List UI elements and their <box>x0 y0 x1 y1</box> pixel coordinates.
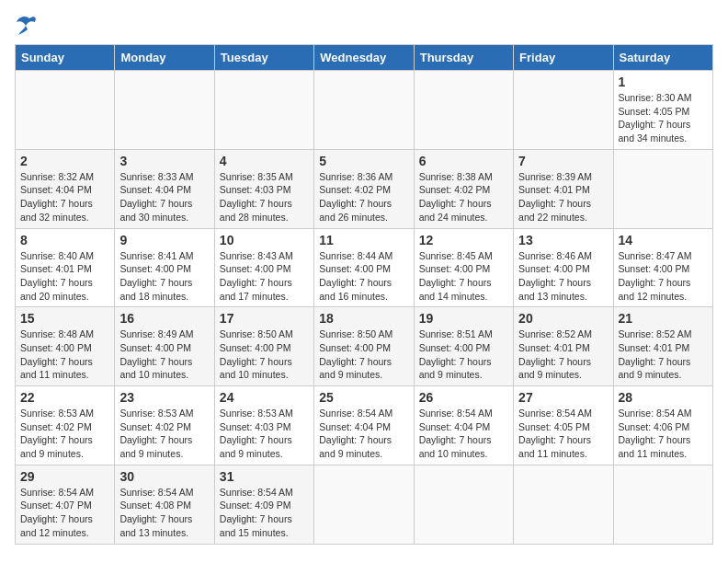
day-info: Sunrise: 8:46 AMSunset: 4:00 PMDaylight:… <box>518 249 608 304</box>
calendar-day-header: Friday <box>514 45 613 71</box>
day-info: Sunrise: 8:54 AMSunset: 4:08 PMDaylight:… <box>119 486 209 540</box>
calendar-header-row: SundayMondayTuesdayWednesdayThursdayFrid… <box>16 45 713 71</box>
day-info: Sunrise: 8:52 AMSunset: 4:01 PMDaylight:… <box>619 327 708 382</box>
day-number: 26 <box>419 390 508 405</box>
day-info: Sunrise: 8:53 AMSunset: 4:02 PMDaylight:… <box>20 407 109 461</box>
calendar-cell <box>613 465 712 544</box>
day-number: 16 <box>119 311 209 326</box>
calendar-cell <box>414 71 513 150</box>
calendar-cell <box>314 465 414 544</box>
logo-bird-icon <box>17 15 42 35</box>
day-info: Sunrise: 8:49 AMSunset: 4:00 PMDaylight:… <box>119 327 209 382</box>
day-number: 3 <box>119 154 209 168</box>
calendar-cell: 10Sunrise: 8:43 AMSunset: 4:00 PMDayligh… <box>214 228 313 307</box>
day-number: 19 <box>419 311 508 326</box>
day-info: Sunrise: 8:54 AMSunset: 4:09 PMDaylight:… <box>220 486 309 540</box>
calendar-day-header: Thursday <box>414 45 513 71</box>
day-number: 22 <box>20 390 109 405</box>
calendar-week-row: 2Sunrise: 8:32 AMSunset: 4:04 PMDaylight… <box>16 149 713 228</box>
calendar-week-row: 15Sunrise: 8:48 AMSunset: 4:00 PMDayligh… <box>16 307 713 386</box>
day-info: Sunrise: 8:53 AMSunset: 4:02 PMDaylight:… <box>119 407 209 461</box>
calendar-cell: 31Sunrise: 8:54 AMSunset: 4:09 PMDayligh… <box>214 465 313 544</box>
day-number: 9 <box>119 233 209 247</box>
day-number: 15 <box>20 311 109 326</box>
day-info: Sunrise: 8:33 AMSunset: 4:04 PMDaylight:… <box>119 170 209 224</box>
calendar-cell <box>115 71 214 150</box>
day-number: 2 <box>20 154 109 168</box>
calendar-cell <box>414 465 513 544</box>
day-info: Sunrise: 8:38 AMSunset: 4:02 PMDaylight:… <box>419 170 508 224</box>
calendar-cell: 2Sunrise: 8:32 AMSunset: 4:04 PMDaylight… <box>16 149 115 228</box>
calendar-cell: 22Sunrise: 8:53 AMSunset: 4:02 PMDayligh… <box>16 386 115 465</box>
calendar-cell: 28Sunrise: 8:54 AMSunset: 4:06 PMDayligh… <box>613 386 712 465</box>
calendar-cell <box>514 465 613 544</box>
day-number: 6 <box>419 154 508 168</box>
logo <box>15 15 42 35</box>
calendar-cell: 25Sunrise: 8:54 AMSunset: 4:04 PMDayligh… <box>314 386 414 465</box>
calendar-cell: 30Sunrise: 8:54 AMSunset: 4:08 PMDayligh… <box>115 465 214 544</box>
day-number: 10 <box>220 233 309 247</box>
calendar-cell: 15Sunrise: 8:48 AMSunset: 4:00 PMDayligh… <box>16 307 115 386</box>
day-number: 21 <box>619 311 708 326</box>
day-number: 25 <box>319 390 408 405</box>
day-info: Sunrise: 8:45 AMSunset: 4:00 PMDaylight:… <box>419 249 508 304</box>
calendar-cell: 24Sunrise: 8:53 AMSunset: 4:03 PMDayligh… <box>214 386 313 465</box>
calendar-cell: 19Sunrise: 8:51 AMSunset: 4:00 PMDayligh… <box>414 307 513 386</box>
day-number: 4 <box>220 154 309 168</box>
day-number: 13 <box>518 233 608 247</box>
calendar-cell: 4Sunrise: 8:35 AMSunset: 4:03 PMDaylight… <box>214 149 313 228</box>
calendar-cell <box>314 71 414 150</box>
calendar-cell: 14Sunrise: 8:47 AMSunset: 4:00 PMDayligh… <box>613 228 712 307</box>
day-number: 12 <box>419 233 508 247</box>
calendar-cell: 27Sunrise: 8:54 AMSunset: 4:05 PMDayligh… <box>514 386 613 465</box>
calendar-cell: 1Sunrise: 8:30 AMSunset: 4:05 PMDaylight… <box>613 71 712 150</box>
day-number: 11 <box>319 233 408 247</box>
day-info: Sunrise: 8:32 AMSunset: 4:04 PMDaylight:… <box>20 170 109 224</box>
calendar-table: SundayMondayTuesdayWednesdayThursdayFrid… <box>15 44 713 545</box>
calendar-cell: 3Sunrise: 8:33 AMSunset: 4:04 PMDaylight… <box>115 149 214 228</box>
calendar-cell <box>613 149 712 228</box>
calendar-day-header: Monday <box>115 45 214 71</box>
day-info: Sunrise: 8:36 AMSunset: 4:02 PMDaylight:… <box>319 170 408 224</box>
day-info: Sunrise: 8:54 AMSunset: 4:05 PMDaylight:… <box>518 407 608 461</box>
calendar-cell: 6Sunrise: 8:38 AMSunset: 4:02 PMDaylight… <box>414 149 513 228</box>
calendar-cell: 16Sunrise: 8:49 AMSunset: 4:00 PMDayligh… <box>115 307 214 386</box>
day-number: 5 <box>319 154 408 168</box>
day-info: Sunrise: 8:50 AMSunset: 4:00 PMDaylight:… <box>319 327 408 382</box>
calendar-day-header: Sunday <box>16 45 115 71</box>
calendar-day-header: Tuesday <box>214 45 313 71</box>
calendar-week-row: 8Sunrise: 8:40 AMSunset: 4:01 PMDaylight… <box>16 228 713 307</box>
day-info: Sunrise: 8:35 AMSunset: 4:03 PMDaylight:… <box>220 170 309 224</box>
calendar-cell: 11Sunrise: 8:44 AMSunset: 4:00 PMDayligh… <box>314 228 414 307</box>
day-number: 31 <box>220 469 309 484</box>
day-info: Sunrise: 8:54 AMSunset: 4:04 PMDaylight:… <box>419 407 508 461</box>
calendar-cell: 9Sunrise: 8:41 AMSunset: 4:00 PMDaylight… <box>115 228 214 307</box>
day-info: Sunrise: 8:47 AMSunset: 4:00 PMDaylight:… <box>619 249 708 304</box>
day-number: 20 <box>518 311 608 326</box>
calendar-cell: 12Sunrise: 8:45 AMSunset: 4:00 PMDayligh… <box>414 228 513 307</box>
calendar-cell: 13Sunrise: 8:46 AMSunset: 4:00 PMDayligh… <box>514 228 613 307</box>
day-info: Sunrise: 8:41 AMSunset: 4:00 PMDaylight:… <box>119 249 209 304</box>
calendar-cell: 20Sunrise: 8:52 AMSunset: 4:01 PMDayligh… <box>514 307 613 386</box>
calendar-cell: 26Sunrise: 8:54 AMSunset: 4:04 PMDayligh… <box>414 386 513 465</box>
day-number: 27 <box>518 390 608 405</box>
calendar-cell <box>214 71 313 150</box>
day-number: 18 <box>319 311 408 326</box>
calendar-day-header: Wednesday <box>314 45 414 71</box>
day-number: 30 <box>119 469 209 484</box>
calendar-day-header: Saturday <box>613 45 712 71</box>
day-info: Sunrise: 8:54 AMSunset: 4:06 PMDaylight:… <box>619 407 708 461</box>
calendar-cell: 23Sunrise: 8:53 AMSunset: 4:02 PMDayligh… <box>115 386 214 465</box>
calendar-week-row: 1Sunrise: 8:30 AMSunset: 4:05 PMDaylight… <box>16 71 713 150</box>
calendar-cell: 7Sunrise: 8:39 AMSunset: 4:01 PMDaylight… <box>514 149 613 228</box>
day-info: Sunrise: 8:43 AMSunset: 4:00 PMDaylight:… <box>220 249 309 304</box>
day-info: Sunrise: 8:40 AMSunset: 4:01 PMDaylight:… <box>20 249 109 304</box>
day-number: 29 <box>20 469 109 484</box>
day-number: 23 <box>119 390 209 405</box>
day-info: Sunrise: 8:48 AMSunset: 4:00 PMDaylight:… <box>20 327 109 382</box>
day-info: Sunrise: 8:54 AMSunset: 4:07 PMDaylight:… <box>20 486 109 540</box>
page-header <box>15 15 713 35</box>
day-info: Sunrise: 8:51 AMSunset: 4:00 PMDaylight:… <box>419 327 508 382</box>
day-info: Sunrise: 8:50 AMSunset: 4:00 PMDaylight:… <box>220 327 309 382</box>
calendar-cell: 17Sunrise: 8:50 AMSunset: 4:00 PMDayligh… <box>214 307 313 386</box>
